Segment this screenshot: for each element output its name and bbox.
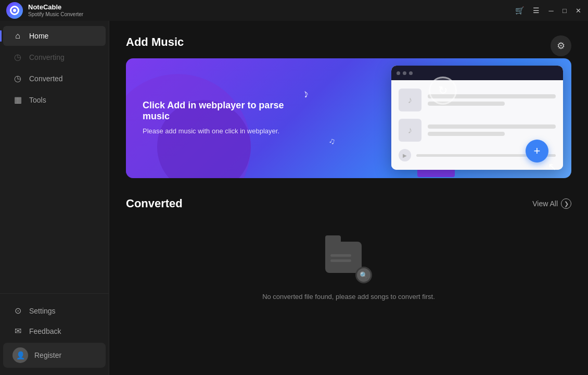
plus-button[interactable]: + <box>526 140 548 162</box>
banner-text: Click Add in webplayer to parse music Pl… <box>126 83 303 153</box>
close-button[interactable]: ✕ <box>574 7 582 14</box>
empty-folder-line-2 <box>330 259 351 262</box>
banner: Click Add in webplayer to parse music Pl… <box>126 58 571 178</box>
mock-music-icon-2: ♪ <box>399 119 421 142</box>
app-subtitle: Spotify Music Converter <box>28 11 83 18</box>
music-note-2: ♫ <box>328 136 336 146</box>
avatar-icon: 👤 <box>16 351 25 359</box>
sidebar-item-feedback[interactable]: ✉ Feedback <box>3 321 106 341</box>
empty-search-icon: 🔍 <box>355 267 372 283</box>
settings-gear-icon: ⚙ <box>557 40 565 52</box>
sidebar-bottom: ⊙ Settings ✉ Feedback 👤 Register <box>0 293 109 375</box>
empty-state-icon: 🔍 <box>325 236 372 283</box>
banner-title: Click Add in webplayer to parse music <box>143 100 286 122</box>
app-brand: NoteCable Spotify Music Converter <box>0 2 83 19</box>
converted-header: Converted View All ❯ <box>126 197 571 210</box>
sidebar-item-converting: ◷ Converting <box>3 47 106 67</box>
view-all-arrow-icon: ❯ <box>561 198 571 209</box>
mock-music-row-1: ♪ <box>399 89 556 111</box>
mock-line-3 <box>428 124 556 129</box>
feedback-icon: ✉ <box>12 326 23 336</box>
empty-folder-line-1 <box>330 254 351 257</box>
mock-music-row-2: ♪ <box>399 119 556 142</box>
converted-icon: ◷ <box>12 73 23 83</box>
minimize-button[interactable]: ─ <box>547 7 555 14</box>
browser-dot-3 <box>409 71 413 75</box>
logo-icon <box>10 6 19 15</box>
sidebar-register-label: Register <box>34 351 61 359</box>
titlebar: NoteCable Spotify Music Converter 🛒 ☰ ─ … <box>0 0 588 21</box>
empty-folder-lines <box>330 254 351 262</box>
cart-icon[interactable]: 🛒 <box>514 5 525 16</box>
home-icon: ⌂ <box>12 31 23 41</box>
refresh-circle-icon: ↻ <box>429 77 457 105</box>
sidebar-item-tools[interactable]: ▦ Tools <box>3 90 106 110</box>
browser-bar <box>391 66 563 80</box>
tools-icon: ▦ <box>12 95 23 105</box>
mock-music-icon-1: ♪ <box>399 89 421 111</box>
maximize-button[interactable]: □ <box>561 7 568 14</box>
sidebar-nav: ⌂ Home ◷ Converting ◷ Converted ▦ Tools <box>0 21 109 293</box>
sidebar-converted-label: Converted <box>29 74 63 83</box>
empty-folder-icon <box>325 242 362 273</box>
app-title-block: NoteCable Spotify Music Converter <box>28 3 83 18</box>
sidebar-converting-label: Converting <box>29 53 65 61</box>
banner-subtitle: Please add music with one click in webpl… <box>143 126 286 136</box>
mock-line-4 <box>428 132 505 136</box>
titlebar-controls: 🛒 ☰ ─ □ ✕ <box>514 5 582 16</box>
register-avatar: 👤 <box>12 347 28 363</box>
app-name: NoteCable <box>28 3 83 11</box>
sidebar-tools-label: Tools <box>29 96 46 104</box>
app-logo <box>6 2 23 19</box>
cursor-icon: ↖ <box>548 160 557 173</box>
sidebar-item-settings[interactable]: ⊙ Settings <box>3 301 106 320</box>
empty-state: 🔍 No converted file found, please add so… <box>126 221 571 311</box>
browser-dot-2 <box>403 71 406 75</box>
converting-icon: ◷ <box>12 52 23 62</box>
sidebar-settings-label: Settings <box>29 307 56 315</box>
mock-music-lines-2 <box>428 124 556 136</box>
sidebar-feedback-label: Feedback <box>29 327 61 335</box>
sidebar-item-converted[interactable]: ◷ Converted <box>3 68 106 89</box>
add-music-title: Add Music <box>126 35 571 49</box>
sidebar-home-label: Home <box>29 32 48 40</box>
mock-play-button: ▶ <box>399 149 411 161</box>
empty-state-message: No converted file found, please add song… <box>262 293 435 301</box>
sidebar: ⌂ Home ◷ Converting ◷ Converted ▦ Tools … <box>0 21 109 375</box>
main-layout: ⌂ Home ◷ Converting ◷ Converted ▦ Tools … <box>0 21 588 375</box>
settings-button[interactable]: ⚙ <box>551 35 571 56</box>
settings-icon: ⊙ <box>12 306 23 316</box>
view-all-button[interactable]: View All ❯ <box>532 198 571 209</box>
menu-icon[interactable]: ☰ <box>531 5 541 16</box>
sidebar-item-register[interactable]: 👤 Register <box>3 343 106 368</box>
converted-title: Converted <box>126 197 183 210</box>
content-area: ⚙ Add Music Click Add in webplayer to pa… <box>109 21 588 375</box>
sidebar-item-home[interactable]: ⌂ Home <box>3 26 106 46</box>
view-all-label: View All <box>532 199 558 208</box>
browser-dot-1 <box>397 71 400 75</box>
